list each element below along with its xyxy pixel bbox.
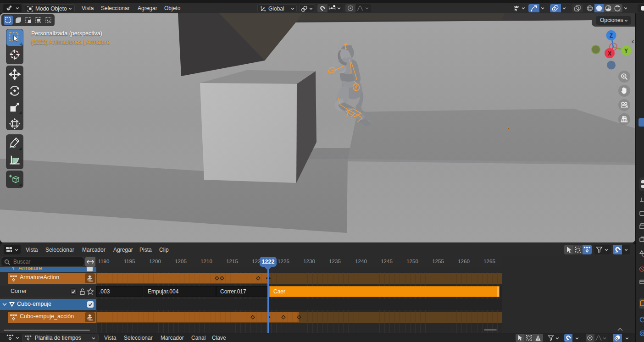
svg-text:Y: Y (624, 48, 628, 54)
svg-text:Z: Z (610, 33, 613, 39)
svg-text:X: X (608, 50, 611, 57)
